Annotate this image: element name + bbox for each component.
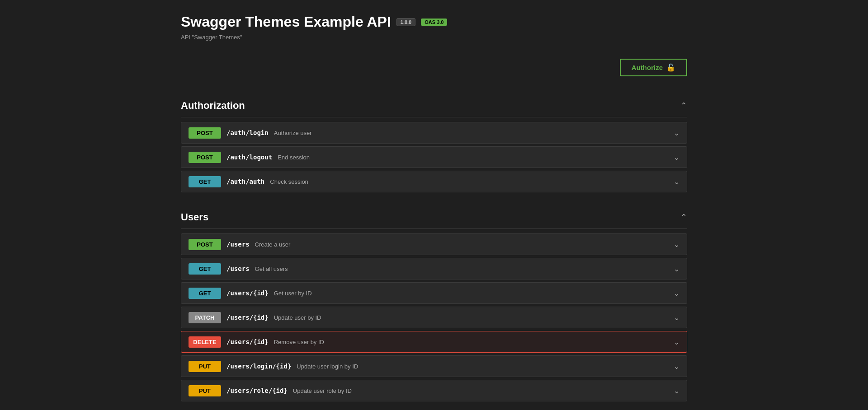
endpoint-desc: Remove user by ID — [274, 339, 674, 345]
page-header: Swagger Themes Example API 1.0.0 OAS 3.0 — [181, 14, 687, 30]
endpoint-chevron: ⌄ — [674, 177, 679, 186]
version-badge: 1.0.0 — [396, 18, 415, 26]
authorize-label: Authorize — [632, 64, 663, 71]
endpoint-path: /users/{id} — [226, 289, 269, 297]
api-subtitle: API "Swagger Themes" — [181, 34, 687, 41]
endpoint-row-users-5[interactable]: PUT /users/login/{id} Update user login … — [181, 355, 687, 377]
method-badge: GET — [189, 176, 221, 187]
endpoint-row-users-4[interactable]: DELETE /users/{id} Remove user by ID ⌄ — [181, 331, 687, 353]
endpoint-row-users-0[interactable]: POST /users Create a user ⌄ — [181, 233, 687, 255]
endpoint-chevron: ⌄ — [674, 265, 679, 273]
endpoint-path: /users/{id} — [226, 338, 269, 345]
method-badge: PUT — [189, 385, 221, 396]
method-badge: GET — [189, 263, 221, 275]
endpoint-path: /users/role/{id} — [226, 387, 288, 394]
endpoint-desc: Check session — [270, 178, 674, 185]
section-chevron-users: ⌃ — [680, 212, 687, 222]
method-badge: PATCH — [189, 312, 221, 323]
endpoint-desc: Update user role by ID — [293, 387, 674, 394]
section-users: Users ⌃ POST /users Create a user ⌄ GET … — [181, 206, 687, 401]
endpoint-chevron: ⌄ — [674, 240, 679, 249]
method-badge: PUT — [189, 361, 221, 372]
endpoint-desc: Update user login by ID — [297, 363, 674, 370]
endpoint-desc: Update user by ID — [274, 314, 674, 321]
authorize-row: Authorize 🔓 — [181, 59, 687, 76]
endpoint-row-users-2[interactable]: GET /users/{id} Get user by ID ⌄ — [181, 282, 687, 304]
endpoint-path: /users/{id} — [226, 314, 269, 321]
authorize-button[interactable]: Authorize 🔓 — [620, 59, 687, 76]
endpoint-chevron: ⌄ — [674, 129, 679, 137]
section-header-authorization[interactable]: Authorization ⌃ — [181, 94, 687, 117]
section-authorization: Authorization ⌃ POST /auth/login Authori… — [181, 94, 687, 192]
endpoint-chevron: ⌄ — [674, 313, 679, 322]
endpoint-row-users-3[interactable]: PATCH /users/{id} Update user by ID ⌄ — [181, 307, 687, 328]
endpoint-path: /auth/logout — [226, 154, 272, 161]
endpoint-chevron: ⌄ — [674, 153, 679, 162]
oas-badge: OAS 3.0 — [421, 19, 447, 26]
endpoint-path: /users/login/{id} — [226, 363, 291, 370]
api-title: Swagger Themes Example API — [181, 14, 391, 30]
lock-icon: 🔓 — [666, 63, 675, 72]
endpoint-row-authorization-2[interactable]: GET /auth/auth Check session ⌄ — [181, 171, 687, 192]
endpoint-path: /users — [226, 265, 250, 272]
endpoint-chevron: ⌄ — [674, 338, 679, 346]
endpoint-row-users-6[interactable]: PUT /users/role/{id} Update user role by… — [181, 380, 687, 401]
endpoint-path: /auth/auth — [226, 178, 264, 185]
endpoint-path: /users — [226, 241, 250, 248]
section-header-users[interactable]: Users ⌃ — [181, 206, 687, 229]
endpoint-row-users-1[interactable]: GET /users Get all users ⌄ — [181, 258, 687, 280]
endpoint-row-authorization-1[interactable]: POST /auth/logout End session ⌄ — [181, 146, 687, 168]
method-badge: DELETE — [189, 336, 221, 348]
endpoint-desc: Get all users — [255, 266, 674, 272]
endpoint-chevron: ⌄ — [674, 289, 679, 298]
endpoint-desc: Get user by ID — [274, 290, 674, 297]
endpoint-desc: End session — [278, 154, 674, 161]
section-chevron-authorization: ⌃ — [680, 101, 687, 111]
sections-container: Authorization ⌃ POST /auth/login Authori… — [181, 94, 687, 401]
method-badge: GET — [189, 288, 221, 299]
endpoint-desc: Create a user — [255, 241, 674, 248]
method-badge: POST — [189, 239, 221, 250]
method-badge: POST — [189, 152, 221, 163]
endpoint-chevron: ⌄ — [674, 387, 679, 395]
section-title-authorization: Authorization — [181, 100, 245, 112]
endpoint-desc: Authorize user — [274, 130, 674, 136]
endpoint-chevron: ⌄ — [674, 362, 679, 371]
endpoint-row-authorization-0[interactable]: POST /auth/login Authorize user ⌄ — [181, 122, 687, 144]
method-badge: POST — [189, 127, 221, 139]
section-title-users: Users — [181, 211, 208, 223]
endpoint-path: /auth/login — [226, 129, 269, 136]
